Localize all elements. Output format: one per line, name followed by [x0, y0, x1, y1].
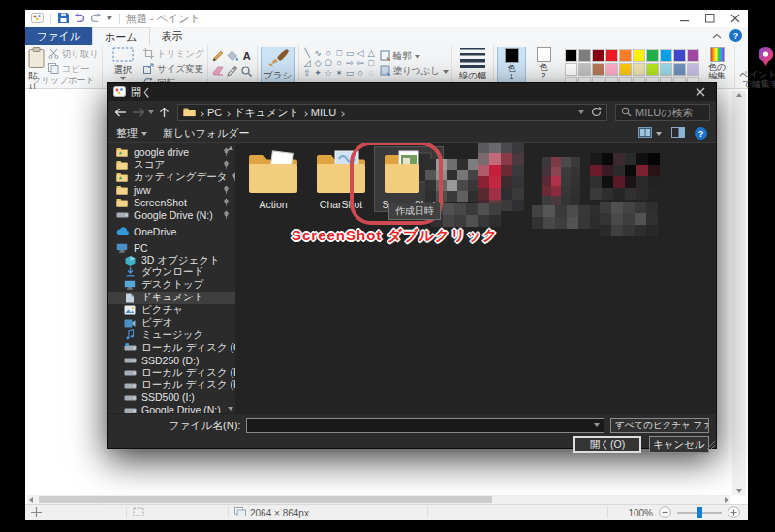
shape-tool[interactable]: △	[366, 48, 377, 58]
change-view-button[interactable]	[638, 127, 662, 140]
shape-tool[interactable]: ◇	[313, 58, 324, 68]
sidebar-item[interactable]: OneDrive	[108, 225, 235, 237]
sidebar-item[interactable]: デスクトップ	[108, 279, 235, 292]
shape-tool[interactable]: ⇨	[345, 58, 356, 68]
shape-tool[interactable]: ○	[356, 68, 366, 78]
palette-swatch[interactable]	[619, 63, 632, 76]
sidebar-item[interactable]: SSD500 (I:)	[108, 391, 235, 404]
forward-button[interactable]	[131, 108, 145, 117]
palette-swatch[interactable]	[673, 49, 686, 62]
sidebar-item[interactable]: Google Drive (N:)	[108, 208, 235, 221]
palette-swatch[interactable]	[578, 63, 591, 76]
undo-button[interactable]	[74, 13, 85, 24]
color1-button[interactable]: 色1	[497, 47, 526, 84]
collapse-ribbon-icon[interactable]	[712, 30, 722, 42]
address-history-caret-icon[interactable]	[578, 110, 584, 114]
save-button[interactable]	[58, 13, 69, 25]
shape-tool[interactable]: ▭	[345, 68, 356, 78]
sidebar-item[interactable]: スコア	[108, 159, 235, 172]
palette-swatch[interactable]	[660, 49, 672, 62]
dialog-close-button[interactable]	[685, 83, 716, 101]
scroll-right-icon[interactable]	[725, 497, 728, 503]
sidebar-item[interactable]: ScreenShot	[108, 197, 235, 209]
sidebar-item[interactable]: ダウンロード	[108, 266, 235, 279]
sidebar-item[interactable]: jww	[108, 184, 235, 197]
filetype-select[interactable]: すべてのピクチャ ファイル	[610, 418, 709, 433]
tab-view[interactable]: 表示	[150, 27, 195, 45]
back-button[interactable]	[113, 108, 128, 117]
shape-tool[interactable]: ○	[334, 58, 345, 68]
sidebar-item[interactable]: ローカル ディスク (C:)	[108, 341, 235, 354]
line-width-button[interactable]: 線の幅	[455, 47, 490, 86]
shape-tool[interactable]: ∿	[313, 48, 324, 58]
tab-home[interactable]: ホーム	[92, 27, 150, 45]
brush-button[interactable]: ブラシ	[261, 47, 295, 87]
sidebar-item[interactable]: ビデオ	[108, 317, 235, 329]
sidebar-scroll-down-icon[interactable]	[228, 407, 233, 411]
organize-button[interactable]: 整理	[116, 126, 147, 141]
breadcrumb-item[interactable]: ドキュメント	[230, 107, 303, 118]
palette-swatch[interactable]	[565, 49, 577, 62]
sidebar-item[interactable]: ローカル ディスク (E:)	[108, 366, 235, 379]
palette-swatch[interactable]	[646, 49, 659, 62]
sidebar-item[interactable]: ミュージック	[108, 329, 235, 341]
shape-tool[interactable]: ○	[324, 48, 334, 58]
open-button[interactable]: 開く(O)	[574, 436, 641, 453]
horizontal-scrollbar[interactable]	[27, 495, 730, 504]
cancel-button[interactable]: キャンセル	[649, 436, 709, 453]
palette-swatch[interactable]	[592, 63, 604, 76]
shape-tool[interactable]: ◌	[366, 68, 377, 78]
palette-swatch[interactable]	[633, 63, 645, 76]
palette-swatch[interactable]	[660, 63, 672, 76]
palette-swatch[interactable]	[633, 49, 645, 62]
sidebar-item[interactable]: SSD250 (D:)	[108, 354, 235, 366]
cut-button[interactable]: 切り取り	[48, 48, 99, 61]
magnifier-tool[interactable]	[240, 64, 254, 78]
zoom-in-button[interactable]	[728, 506, 740, 520]
shape-outline-button[interactable]: 輪郭	[380, 50, 449, 63]
shapes-grid[interactable]: ╲∿○□▭◁△◿◇⬠○⇨⇦□⇧✦☆✶▭○◌	[302, 47, 377, 78]
maximize-button[interactable]	[698, 10, 723, 27]
minimize-button[interactable]	[672, 10, 698, 27]
sidebar-scroll-up-icon[interactable]	[228, 146, 233, 150]
edit-colors-button[interactable]: 色の編集	[702, 47, 731, 82]
preview-pane-button[interactable]	[671, 127, 685, 140]
filename-input[interactable]	[246, 418, 604, 433]
palette-swatch[interactable]	[646, 63, 659, 76]
sidebar-item[interactable]: カッティングデータ	[108, 172, 235, 184]
shape-tool[interactable]: ⬠	[324, 58, 334, 68]
zoom-out-button[interactable]	[659, 506, 671, 520]
shape-tool[interactable]: ⇦	[356, 58, 366, 68]
sidebar-item[interactable]: 3D オブジェクト	[108, 254, 235, 266]
refresh-icon[interactable]	[591, 107, 602, 119]
shape-tool[interactable]: ☆	[324, 68, 334, 78]
palette-swatch[interactable]	[605, 49, 618, 62]
shape-tool[interactable]: □	[366, 58, 377, 68]
shape-tool[interactable]: ◁	[356, 48, 366, 58]
sidebar-item[interactable]: Google Drive (N:)	[108, 404, 235, 413]
dialog-help-icon[interactable]: ?	[695, 127, 707, 140]
breadcrumb-item[interactable]: PC	[203, 107, 226, 118]
sidebar-item[interactable]: ドキュメント	[108, 292, 235, 304]
help-icon[interactable]: ?	[729, 29, 742, 42]
crop-button[interactable]: トリミング	[143, 48, 204, 61]
sidebar-item[interactable]: google drive	[108, 146, 235, 159]
palette-swatch[interactable]	[592, 49, 604, 62]
shape-tool[interactable]: ⇧	[302, 68, 313, 78]
scroll-down-icon[interactable]	[736, 489, 742, 493]
tab-file[interactable]: ファイル	[25, 27, 92, 45]
zoom-slider[interactable]	[677, 512, 722, 514]
resize-grip[interactable]	[707, 441, 715, 449]
palette-swatch[interactable]	[687, 49, 699, 62]
palette-swatch[interactable]	[565, 63, 577, 76]
fill-tool[interactable]	[226, 49, 239, 63]
sidebar-item[interactable]: ピクチャ	[108, 304, 235, 317]
text-tool[interactable]: A	[240, 49, 254, 63]
recent-locations-caret-icon[interactable]	[148, 110, 154, 114]
filename-caret-icon[interactable]	[594, 423, 600, 427]
paint3d-button[interactable]: ペイント 3Dで編集する	[738, 47, 775, 90]
pencil-tool[interactable]	[211, 49, 225, 63]
select-button[interactable]: 選択	[106, 47, 140, 80]
shape-tool[interactable]: ╲	[302, 48, 313, 58]
shape-fill-button[interactable]: 塗りつぶし	[380, 65, 449, 78]
